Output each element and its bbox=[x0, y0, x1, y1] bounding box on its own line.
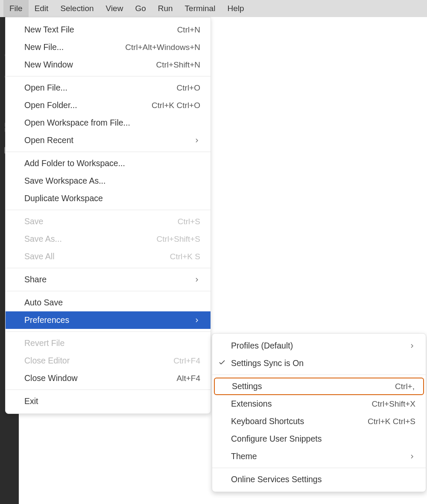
menu-open-folder[interactable]: Open Folder... Ctrl+K Ctrl+O bbox=[6, 97, 211, 114]
menu-item-shortcut: Alt+F4 bbox=[177, 374, 200, 383]
menu-item-label: Preferences bbox=[24, 315, 69, 325]
preferences-submenu: Profiles (Default) Settings Sync is On S… bbox=[212, 333, 426, 492]
menu-item-shortcut: Ctrl+S bbox=[178, 217, 200, 226]
menu-item-shortcut: Ctrl+O bbox=[177, 83, 200, 93]
menu-item-label: Revert File bbox=[24, 338, 64, 348]
chevron-right-icon bbox=[409, 343, 415, 349]
menu-item-label: Share bbox=[24, 275, 47, 284]
submenu-item-label: Configure User Snippets bbox=[231, 434, 322, 444]
menu-item-label: New Window bbox=[24, 60, 73, 70]
menubar-selection[interactable]: Selection bbox=[54, 0, 99, 17]
menubar-terminal[interactable]: Terminal bbox=[179, 0, 222, 17]
menu-item-shortcut: Ctrl+K S bbox=[170, 252, 200, 261]
menu-item-shortcut: Ctrl+Shift+S bbox=[157, 234, 200, 244]
menu-item-shortcut: Ctrl+K Ctrl+O bbox=[152, 101, 200, 110]
menu-separator bbox=[6, 76, 211, 76]
menu-separator bbox=[6, 291, 211, 291]
menu-open-file[interactable]: Open File... Ctrl+O bbox=[6, 79, 211, 97]
menu-item-label: New File... bbox=[24, 42, 64, 52]
menu-item-label: Open Recent bbox=[24, 135, 73, 145]
submenu-item-shortcut: Ctrl+Shift+X bbox=[372, 399, 415, 409]
submenu-extensions[interactable]: Extensions Ctrl+Shift+X bbox=[212, 395, 426, 413]
submenu-item-shortcut: Ctrl+, bbox=[395, 382, 415, 391]
check-icon bbox=[218, 358, 226, 368]
menu-duplicate-workspace[interactable]: Duplicate Workspace bbox=[6, 190, 211, 207]
menu-close-window[interactable]: Close Window Alt+F4 bbox=[6, 369, 211, 387]
submenu-item-label: Online Services Settings bbox=[231, 475, 322, 484]
submenu-theme[interactable]: Theme bbox=[212, 448, 426, 465]
menu-item-label: Save Workspace As... bbox=[24, 176, 105, 186]
submenu-settings-sync[interactable]: Settings Sync is On bbox=[212, 355, 426, 372]
menu-item-shortcut: Ctrl+Alt+Windows+N bbox=[125, 43, 200, 52]
menubar: File Edit Selection View Go Run Terminal… bbox=[0, 0, 427, 17]
chevron-right-icon bbox=[193, 137, 200, 144]
menu-save-all: Save All Ctrl+K S bbox=[6, 248, 211, 265]
menubar-file[interactable]: File bbox=[3, 0, 29, 17]
menu-open-workspace[interactable]: Open Workspace from File... bbox=[6, 114, 211, 132]
menu-item-label: Exit bbox=[24, 396, 38, 406]
menu-item-label: Close Window bbox=[24, 373, 78, 383]
submenu-item-label: Keyboard Shortcuts bbox=[231, 416, 304, 426]
menu-item-label: Save bbox=[24, 217, 43, 226]
submenu-separator bbox=[212, 468, 426, 468]
submenu-settings[interactable]: Settings Ctrl+, bbox=[214, 378, 424, 395]
menu-item-label: Save As... bbox=[24, 234, 62, 244]
menu-new-file[interactable]: New File... Ctrl+Alt+Windows+N bbox=[6, 38, 211, 56]
menubar-help[interactable]: Help bbox=[221, 0, 250, 17]
menu-separator bbox=[6, 152, 211, 152]
submenu-item-label: Profiles (Default) bbox=[231, 341, 293, 351]
menu-item-label: Save All bbox=[24, 252, 54, 261]
menu-separator bbox=[6, 390, 211, 390]
menu-preferences[interactable]: Preferences bbox=[6, 311, 211, 329]
menu-revert-file: Revert File bbox=[6, 334, 211, 352]
submenu-online-services[interactable]: Online Services Settings bbox=[212, 471, 426, 488]
menu-new-window[interactable]: New Window Ctrl+Shift+N bbox=[6, 56, 211, 73]
menu-separator bbox=[6, 331, 211, 332]
menu-item-label: Open File... bbox=[24, 83, 67, 93]
submenu-item-label: Theme bbox=[231, 451, 257, 461]
menu-item-label: Add Folder to Workspace... bbox=[24, 158, 125, 168]
menu-separator bbox=[6, 210, 211, 210]
submenu-item-label: Settings bbox=[232, 381, 262, 391]
submenu-keyboard-shortcuts[interactable]: Keyboard Shortcuts Ctrl+K Ctrl+S bbox=[212, 413, 426, 430]
submenu-separator bbox=[212, 375, 426, 375]
submenu-item-shortcut: Ctrl+K Ctrl+S bbox=[368, 417, 415, 426]
menu-item-label: Open Workspace from File... bbox=[24, 118, 130, 128]
menu-item-shortcut: Ctrl+Shift+N bbox=[156, 60, 200, 70]
menubar-go[interactable]: Go bbox=[129, 0, 152, 17]
menubar-view[interactable]: View bbox=[100, 0, 129, 17]
submenu-item-label: Extensions bbox=[231, 399, 272, 409]
menubar-edit[interactable]: Edit bbox=[29, 0, 55, 17]
menu-separator bbox=[6, 268, 211, 268]
chevron-right-icon bbox=[409, 453, 415, 460]
menu-item-label: Auto Save bbox=[24, 298, 63, 308]
menu-item-shortcut: Ctrl+N bbox=[177, 25, 200, 35]
submenu-user-snippets[interactable]: Configure User Snippets bbox=[212, 430, 426, 448]
menu-save: Save Ctrl+S bbox=[6, 213, 211, 230]
menu-item-label: New Text File bbox=[24, 25, 74, 35]
menu-add-folder-workspace[interactable]: Add Folder to Workspace... bbox=[6, 155, 211, 172]
submenu-item-label: Settings Sync is On bbox=[231, 358, 304, 368]
menu-item-label: Open Folder... bbox=[24, 100, 77, 110]
menu-save-as: Save As... Ctrl+Shift+S bbox=[6, 230, 211, 248]
menu-new-text-file[interactable]: New Text File Ctrl+N bbox=[6, 21, 211, 38]
menubar-run[interactable]: Run bbox=[152, 0, 179, 17]
menu-close-editor: Close Editor Ctrl+F4 bbox=[6, 352, 211, 369]
chevron-right-icon bbox=[193, 276, 200, 283]
menu-item-label: Close Editor bbox=[24, 356, 70, 366]
file-menu: New Text File Ctrl+N New File... Ctrl+Al… bbox=[5, 17, 211, 414]
menu-open-recent[interactable]: Open Recent bbox=[6, 132, 211, 149]
menu-item-shortcut: Ctrl+F4 bbox=[173, 356, 200, 366]
menu-save-workspace-as[interactable]: Save Workspace As... bbox=[6, 172, 211, 190]
chevron-right-icon bbox=[193, 317, 200, 324]
menu-exit[interactable]: Exit bbox=[6, 393, 211, 410]
menu-item-label: Duplicate Workspace bbox=[24, 193, 103, 203]
submenu-profiles[interactable]: Profiles (Default) bbox=[212, 337, 426, 355]
menu-auto-save[interactable]: Auto Save bbox=[6, 294, 211, 311]
menu-share[interactable]: Share bbox=[6, 271, 211, 288]
